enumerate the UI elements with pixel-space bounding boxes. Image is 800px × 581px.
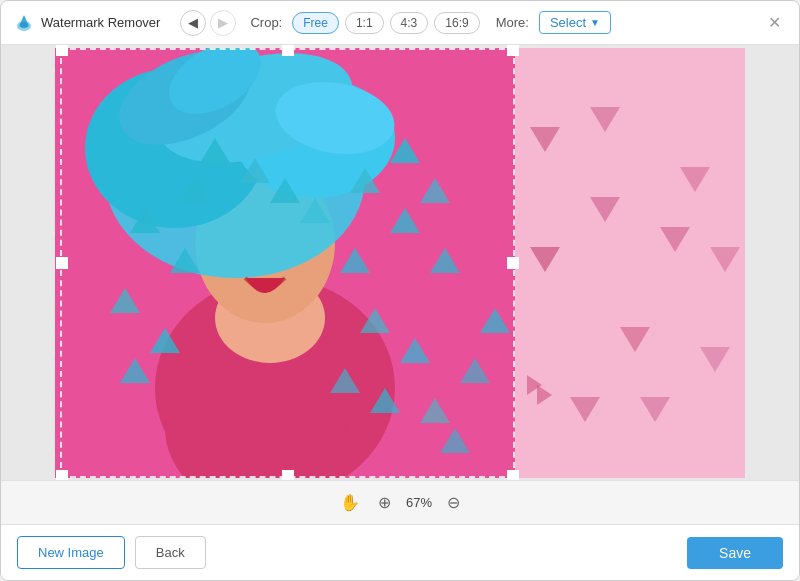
crop-options: Free 1:1 4:3 16:9	[292, 12, 479, 34]
crop-4-3-button[interactable]: 4:3	[390, 12, 429, 34]
zoom-in-icon[interactable]: ⊕	[378, 493, 391, 512]
crop-handle-ml[interactable]	[56, 257, 68, 269]
crop-handle-br[interactable]	[507, 470, 519, 481]
app-title: Watermark Remover	[41, 15, 160, 30]
crop-1-1-button[interactable]: 1:1	[345, 12, 384, 34]
close-icon: ✕	[768, 13, 781, 32]
zoom-bar: ✋ ⊕ 67% ⊖	[1, 480, 799, 524]
crop-label: Crop:	[250, 15, 282, 30]
crop-handle-tl[interactable]	[56, 45, 68, 56]
logo-icon	[13, 12, 35, 34]
crop-16-9-button[interactable]: 16:9	[434, 12, 479, 34]
chevron-down-icon: ▼	[590, 17, 600, 28]
svg-point-1	[20, 22, 28, 28]
crop-handle-tm[interactable]	[282, 45, 294, 56]
new-image-button[interactable]: New Image	[17, 536, 125, 569]
titlebar: Watermark Remover ◀ ▶ Crop: Free 1:1 4:3…	[1, 1, 799, 45]
select-dropdown-label: Select	[550, 15, 586, 30]
back-button[interactable]: Back	[135, 536, 206, 569]
crop-selection[interactable]	[60, 48, 515, 478]
bottom-bar: New Image Back Save	[1, 524, 799, 580]
zoom-percent: 67%	[401, 495, 437, 510]
back-nav-button[interactable]: ◀	[180, 10, 206, 36]
crop-handle-bl[interactable]	[56, 470, 68, 481]
close-button[interactable]: ✕	[761, 10, 787, 36]
crop-handle-bm[interactable]	[282, 470, 294, 481]
canvas-area[interactable]	[1, 45, 799, 480]
hand-tool-icon[interactable]: ✋	[340, 493, 360, 512]
nav-buttons: ◀ ▶	[180, 10, 236, 36]
save-button[interactable]: Save	[687, 537, 783, 569]
crop-handle-tr[interactable]	[507, 45, 519, 56]
image-container	[55, 48, 745, 478]
crop-free-button[interactable]: Free	[292, 12, 339, 34]
zoom-out-icon[interactable]: ⊖	[447, 493, 460, 512]
more-label: More:	[496, 15, 529, 30]
crop-handle-mr[interactable]	[507, 257, 519, 269]
forward-nav-button[interactable]: ▶	[210, 10, 236, 36]
app-logo: Watermark Remover	[13, 12, 170, 34]
select-dropdown[interactable]: Select ▼	[539, 11, 611, 34]
